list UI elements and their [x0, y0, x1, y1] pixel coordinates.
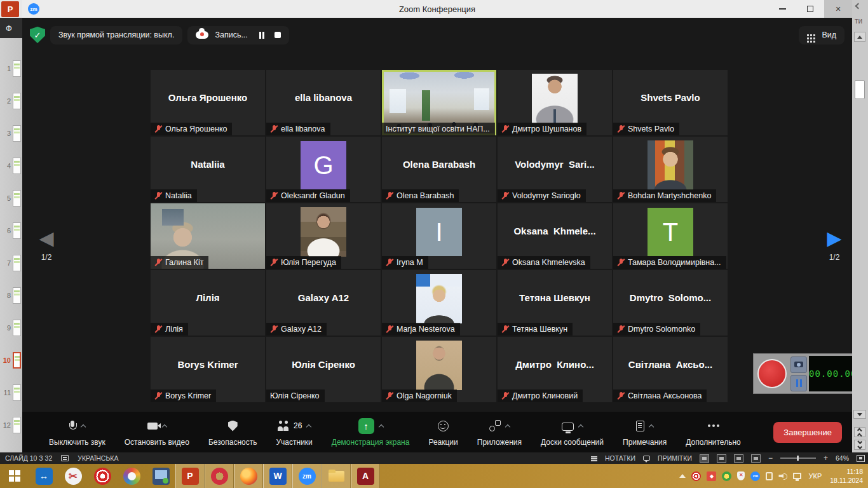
pause-capture-button[interactable] [790, 375, 807, 391]
participant-tile[interactable]: IIryna M [382, 203, 496, 269]
chevron-up-icon[interactable] [306, 424, 311, 429]
zoom-in-button[interactable]: + [824, 454, 828, 463]
normal-view-button[interactable] [700, 454, 709, 463]
toolbar-board-button[interactable]: Доски сообщений [541, 417, 604, 447]
tray-green-icon[interactable] [722, 471, 731, 481]
chevron-up-icon[interactable] [578, 424, 583, 429]
participant-video-tile[interactable]: Інститут вищої освіти НАП... [382, 70, 496, 135]
participant-tile[interactable]: Дмитро Клино...Дмитро Клиновий [498, 337, 612, 402]
taskbar-recorder-button[interactable] [88, 464, 117, 488]
participant-tile[interactable]: ella libanovaella libanova [266, 70, 381, 135]
slide-thumbnail-6[interactable]: 6 [0, 214, 22, 247]
zoom-level[interactable]: 64% [836, 454, 849, 462]
slide-thumbnail-8[interactable]: 8 [0, 279, 22, 311]
tray-loc-icon[interactable] [737, 471, 745, 480]
tray-net-icon[interactable] [793, 473, 801, 479]
slide-thumbnail-12[interactable]: 12 [0, 409, 22, 441]
reading-view-button[interactable] [734, 454, 743, 463]
scrollbar-thumb[interactable] [855, 80, 865, 99]
slide-thumbnail-11[interactable]: 11 [0, 376, 22, 409]
toolbar-people-button[interactable]: 26Участники [276, 417, 312, 447]
toolbar-cam-button[interactable]: Остановить видео [125, 417, 189, 447]
stop-recording-button[interactable] [275, 32, 281, 38]
taskbar-acrobat-button[interactable]: A [351, 464, 380, 488]
participant-tile[interactable]: Galaxy A12Galaxy A12 [266, 270, 381, 336]
comments-toggle[interactable]: ПРИМІТКИ [658, 454, 692, 462]
slide-thumbnail-2[interactable]: 2 [0, 85, 22, 117]
tray-usb-icon[interactable] [766, 472, 773, 480]
taskbar-snipping-button[interactable]: ✂ [58, 464, 88, 488]
participant-tile[interactable]: NataliiaNataliia [151, 137, 265, 202]
keyboard-language[interactable]: УКР [808, 472, 822, 480]
chevron-up-icon[interactable] [162, 424, 167, 429]
toolbar-shield-button[interactable]: Безопасность [208, 417, 257, 447]
slide-thumbnail-3[interactable]: 3 [0, 117, 22, 149]
toolbar-mic-button[interactable]: Выключить звук [49, 417, 105, 447]
taskbar-remote-button[interactable] [146, 464, 175, 488]
slide-thumbnail-7[interactable]: 7 [0, 247, 22, 279]
previous-slide-button[interactable] [854, 427, 865, 437]
participant-tile[interactable]: ЛіліяЛілія [151, 270, 265, 336]
record-button[interactable] [757, 359, 787, 388]
slide-thumbnail-9[interactable]: 9 [0, 311, 22, 344]
slide-thumbnail-4[interactable]: 4 [0, 149, 22, 182]
taskbar-word-button[interactable]: W [263, 464, 292, 488]
taskbar-powerpoint-button[interactable]: P [175, 464, 205, 488]
pane-dropdown-button[interactable] [853, 410, 866, 419]
toolbar-share-button[interactable]: Демонстрация экрана [332, 417, 410, 447]
taskbar-zoom-button[interactable]: zm [292, 464, 322, 488]
taskbar-firefox-button[interactable] [234, 464, 263, 488]
participant-video-tile[interactable]: Галина Кіт [151, 203, 265, 269]
toolbar-apps-button[interactable]: Приложения [477, 417, 522, 447]
participant-tile[interactable]: Marja Nesterova [382, 270, 496, 336]
participant-tile[interactable]: GOleksandr Gladun [266, 137, 381, 202]
participant-tile[interactable]: Olena BarabashOlena Barabash [382, 137, 496, 202]
participant-tile[interactable]: TТамара Володимирівна... [613, 203, 728, 269]
taskbar-opera-button[interactable] [205, 464, 234, 488]
taskbar-paint-button[interactable] [117, 464, 146, 488]
participant-tile[interactable]: Юлія Перегуда [266, 203, 381, 269]
notes-toggle[interactable]: НОТАТКИ [605, 454, 635, 462]
slideshow-view-button[interactable] [751, 454, 761, 463]
spell-check-icon[interactable] [61, 455, 69, 461]
participant-tile[interactable]: Дмитро Шушпанов [498, 70, 612, 135]
tray-chev-icon[interactable] [679, 474, 686, 478]
screenshot-button[interactable] [790, 356, 807, 373]
previous-page-arrow[interactable]: ◀ [32, 229, 60, 248]
slide-thumbnail-1[interactable]: 1 [0, 52, 22, 85]
tray-target-icon[interactable] [691, 471, 701, 481]
taskbar-start-button[interactable] [0, 464, 29, 488]
taskbar-teamviewer-button[interactable]: ↔ [29, 464, 58, 488]
end-meeting-button[interactable]: Завершение [773, 422, 842, 443]
taskbar-clock[interactable]: 11:18 18.11.2024 [830, 467, 863, 485]
ppt-file-tab[interactable]: Ф [0, 18, 22, 38]
participant-tile[interactable]: Юлія СіренкоЮлія Сіренко [266, 337, 381, 402]
participant-tile[interactable]: Borys KrimerBorys Krimer [151, 337, 265, 402]
chevron-up-icon[interactable] [81, 424, 86, 429]
participant-tile[interactable]: Olga Nagorniuk [382, 337, 496, 402]
participant-tile[interactable]: Shvets PavloShvets Pavlo [613, 70, 728, 135]
fit-to-window-button[interactable] [857, 455, 865, 462]
toolbar-notes-button[interactable]: Примечания [623, 417, 667, 447]
participant-tile[interactable]: Ольга ЯрошенкоОльга Ярошенко [151, 70, 265, 135]
tray-vol-icon[interactable] [778, 471, 787, 480]
toolbar-more-button[interactable]: Дополнительно [686, 417, 740, 447]
chevron-up-icon[interactable] [649, 424, 654, 429]
next-slide-button[interactable] [854, 440, 865, 450]
participant-tile[interactable]: Dmytro Solomo...Dmytro Solomonko [613, 270, 728, 336]
participant-tile[interactable]: Тетяна ШевкунТетяна Шевкун [498, 270, 612, 336]
slide-sorter-view-button[interactable] [717, 454, 726, 463]
chevron-up-icon[interactable] [378, 424, 383, 429]
encryption-shield-icon[interactable] [30, 27, 45, 43]
toolbar-smile-button[interactable]: Реакции [428, 417, 458, 447]
view-button[interactable]: Вид [799, 26, 844, 44]
slide-thumbnail-5[interactable]: 5 [0, 182, 22, 214]
tray-screenrec-icon[interactable] [707, 471, 716, 481]
zoom-slider[interactable] [780, 458, 816, 459]
participant-tile[interactable]: Oksana Khmele...Oksana Khmelevska [498, 203, 612, 269]
chevron-up-icon[interactable] [505, 424, 510, 429]
zoom-out-button[interactable]: − [768, 454, 773, 463]
language-indicator[interactable]: УКРАЇНСЬКА [78, 454, 118, 462]
tray-zm-icon[interactable]: zm [750, 471, 760, 481]
next-page-arrow[interactable]: ▶ [820, 229, 848, 248]
